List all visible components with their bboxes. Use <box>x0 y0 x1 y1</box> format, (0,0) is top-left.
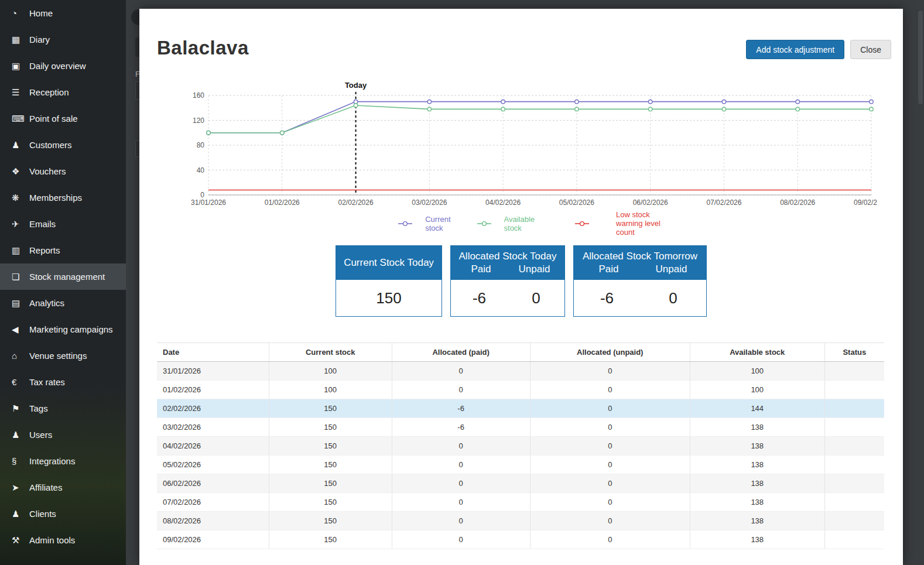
sidebar-item-label: Daily overview <box>29 61 86 71</box>
sidebar-item-reports[interactable]: ▥Reports <box>0 237 126 263</box>
sidebar-item-tax-rates[interactable]: €Tax rates <box>0 369 126 395</box>
column-header-status: Status <box>824 343 884 362</box>
card-value: 150 <box>336 280 442 316</box>
sidebar-item-integrations[interactable]: §Integrations <box>0 448 126 474</box>
point-of-sale-icon: ⌨ <box>12 114 29 124</box>
stock-item-modal: Balaclava Add stock adjustment Close 040… <box>139 9 903 565</box>
table-cell: 0 <box>392 530 530 549</box>
clients-icon: ♟ <box>12 509 29 519</box>
sidebar-item-venue-settings[interactable]: ⌂Venue settings <box>0 343 126 369</box>
table-cell <box>824 437 884 456</box>
paid-label: Paid <box>577 263 640 275</box>
table-cell: 150 <box>269 493 392 512</box>
summary-cards: Current Stock Today 150 Allocated Stock … <box>139 245 903 317</box>
chart-legend: Current stockAvailable stockLow stock wa… <box>180 210 877 237</box>
sidebar-item-label: Affiliates <box>29 482 62 492</box>
table-cell <box>824 456 884 474</box>
table-cell: 138 <box>690 418 824 437</box>
svg-text:02/02/2026: 02/02/2026 <box>338 198 374 207</box>
table-cell <box>824 418 884 437</box>
unpaid-label: Unpaid <box>640 263 703 275</box>
svg-text:80: 80 <box>197 141 205 149</box>
screen: ◔Home▦Diary▣Daily overview☰Reception⌨Poi… <box>0 0 924 565</box>
table-row[interactable]: 09/02/202615000138 <box>157 530 884 549</box>
table-row[interactable]: 01/02/202610000100 <box>157 381 884 399</box>
sidebar: ◔Home▦Diary▣Daily overview☰Reception⌨Poi… <box>0 0 126 565</box>
sidebar-item-customers[interactable]: ♟Customers <box>0 132 126 158</box>
svg-text:08/02/2026: 08/02/2026 <box>780 198 815 207</box>
legend-item-available-stock[interactable]: Available stock <box>467 210 535 237</box>
sidebar-item-analytics[interactable]: ▤Analytics <box>0 290 126 316</box>
table-cell: 144 <box>690 399 824 418</box>
close-button[interactable]: Close <box>850 40 891 59</box>
svg-text:01/02/2026: 01/02/2026 <box>265 198 300 207</box>
tags-icon: ⚑ <box>12 403 29 414</box>
sidebar-item-label: Tax rates <box>29 377 65 387</box>
sidebar-item-label: Clients <box>29 509 56 519</box>
table-row[interactable]: 06/02/202615000138 <box>157 474 884 493</box>
sidebar-item-label: Tags <box>29 403 48 413</box>
sidebar-item-label: Marketing campaigns <box>29 324 113 334</box>
table-cell: 0 <box>392 512 530 530</box>
card-subheaders: Paid Unpaid <box>577 263 703 275</box>
table-cell: 0 <box>392 474 530 493</box>
sidebar-item-admin-tools[interactable]: ⚒Admin tools <box>0 527 126 553</box>
table-cell: 09/02/2026 <box>157 530 269 549</box>
table-row[interactable]: 31/01/202610000100 <box>157 362 884 381</box>
legend-item-current-stock[interactable]: Current stock <box>388 210 450 237</box>
table-cell: 138 <box>690 512 824 530</box>
column-header-allocated-paid-: Allocated (paid) <box>392 343 530 362</box>
modal-actions: Add stock adjustment Close <box>746 40 891 59</box>
svg-text:Today: Today <box>345 81 367 90</box>
sidebar-item-memberships[interactable]: ❋Memberships <box>0 184 126 211</box>
sidebar-item-home[interactable]: ◔Home <box>0 0 126 26</box>
table-row[interactable]: 05/02/202615000138 <box>157 456 884 474</box>
table-row[interactable]: 02/02/2026150-60144 <box>157 399 884 418</box>
table-row[interactable]: 08/02/202615000138 <box>157 512 884 530</box>
add-stock-adjustment-button[interactable]: Add stock adjustment <box>746 40 844 59</box>
affiliates-icon: ➤ <box>12 482 29 493</box>
legend-label: Available stock <box>504 215 535 232</box>
sidebar-item-label: Stock management <box>29 272 105 282</box>
sidebar-item-reception[interactable]: ☰Reception <box>0 79 126 105</box>
table-row[interactable]: 03/02/2026150-60138 <box>157 418 884 437</box>
sidebar-item-label: Diary <box>29 35 50 44</box>
tax-rates-icon: € <box>12 377 29 387</box>
legend-label: Low stock warning level count <box>616 210 669 237</box>
table-cell: 150 <box>269 418 392 437</box>
sidebar-item-clients[interactable]: ♟Clients <box>0 501 126 527</box>
table-row[interactable]: 04/02/202615000138 <box>157 437 884 456</box>
table-cell: -6 <box>392 418 530 437</box>
admin-tools-icon: ⚒ <box>12 535 29 546</box>
unpaid-label: Unpaid <box>508 263 561 275</box>
sidebar-item-vouchers[interactable]: ❖Vouchers <box>0 158 126 184</box>
sidebar-item-daily-overview[interactable]: ▣Daily overview <box>0 53 126 79</box>
marketing-campaigns-icon: ◀ <box>12 324 29 335</box>
table-cell: 150 <box>269 456 392 474</box>
paid-value: -6 <box>574 289 640 307</box>
vouchers-icon: ❖ <box>12 166 29 177</box>
sidebar-item-point-of-sale[interactable]: ⌨Point of sale <box>0 105 126 132</box>
unpaid-value: 0 <box>508 289 564 307</box>
sidebar-item-label: Analytics <box>29 298 64 308</box>
sidebar-item-affiliates[interactable]: ➤Affiliates <box>0 474 126 501</box>
sidebar-item-emails[interactable]: ✈Emails <box>0 211 126 237</box>
legend-item-low-stock-warning-level-count[interactable]: Low stock warning level count <box>551 210 669 237</box>
table-cell <box>824 530 884 549</box>
table-cell: 02/02/2026 <box>157 399 269 418</box>
table-cell <box>824 474 884 493</box>
sidebar-item-stock-management[interactable]: ❏Stock management <box>0 263 126 290</box>
table-cell: 0 <box>530 456 690 474</box>
table-cell: 0 <box>392 493 530 512</box>
reports-icon: ▥ <box>12 245 29 256</box>
table-cell: 0 <box>530 474 690 493</box>
sidebar-item-diary[interactable]: ▦Diary <box>0 26 126 53</box>
page-scrollbar[interactable] <box>918 11 923 104</box>
table-cell <box>824 399 884 418</box>
sidebar-item-users[interactable]: ♟Users <box>0 422 126 448</box>
sidebar-item-marketing-campaigns[interactable]: ◀Marketing campaigns <box>0 316 126 343</box>
sidebar-item-label: Home <box>29 8 53 18</box>
sidebar-item-tags[interactable]: ⚑Tags <box>0 395 126 422</box>
card-subheaders: Paid Unpaid <box>454 263 561 275</box>
table-row[interactable]: 07/02/202615000138 <box>157 493 884 512</box>
